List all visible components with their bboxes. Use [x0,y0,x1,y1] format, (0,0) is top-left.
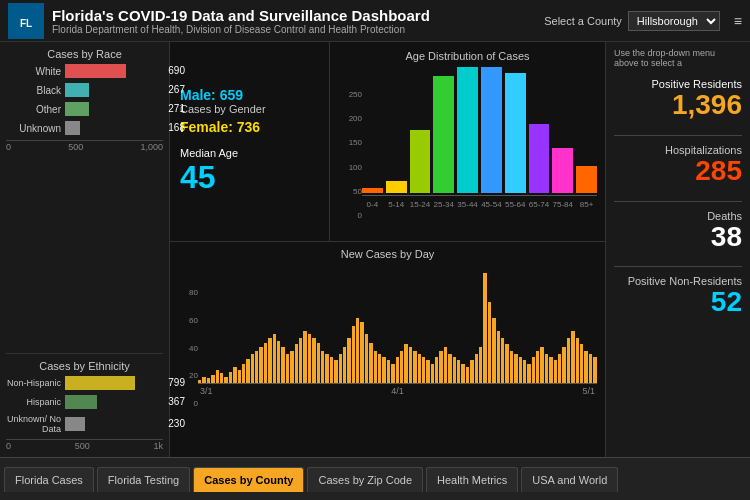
bar-fill [65,83,89,97]
deaths-label: Deaths [614,210,742,222]
county-label: Select a County [544,15,622,27]
daily-bar [497,331,500,383]
age-bar-group [410,130,431,193]
right-panel: Use the drop-down menu above to select a… [605,42,750,457]
positive-residents-value: 1,396 [614,90,742,121]
daily-bar [470,360,473,383]
daily-bar [290,351,293,383]
hospitalizations-block: Hospitalizations 285 [614,144,742,187]
daily-bar [413,351,416,383]
ethnicity-axis: 0 500 1k [6,441,163,451]
daily-bar [514,354,517,383]
footer-tab[interactable]: Cases by Zip Code [307,467,423,492]
bar-wrap: 267 [65,83,163,97]
daily-bar [580,344,583,383]
county-dropdown[interactable]: Hillsborough [628,11,720,31]
bar-fill [65,102,89,116]
daily-bar [461,364,464,383]
daily-bar [391,364,394,383]
daily-bar [277,341,280,383]
center-panel: Male: 659 Cases by Gender Female: 736 Me… [170,42,605,457]
daily-bar [246,359,249,383]
svg-text:FL: FL [20,18,32,29]
daily-bar [453,357,456,383]
daily-bar [439,351,442,383]
daily-bar [593,357,596,383]
bar-fill [65,395,97,409]
footer-tab[interactable]: Cases by County [193,467,304,492]
center-top: Male: 659 Cases by Gender Female: 736 Me… [170,42,605,242]
daily-bar [312,338,315,383]
daily-bar [387,360,390,383]
age-tick: 85+ [576,200,597,209]
ethnicity-bar-row: Non-Hispanic 799 [6,376,163,390]
daily-bar [562,347,565,383]
daily-bar [242,364,245,383]
race-bar-row: White 690 [6,64,163,78]
footer-tab[interactable]: Health Metrics [426,467,518,492]
daily-bar [444,347,447,383]
daily-bar [356,318,359,383]
age-bar [362,188,383,193]
ethnicity-bars: Non-Hispanic 799 Hispanic 367 Unknown/ N… [6,376,163,434]
male-count: Male: 659 [180,87,319,103]
footer-tab[interactable]: Florida Cases [4,467,94,492]
positive-nonresidents-block: Positive Non-Residents 52 [614,275,742,318]
age-tick: 45-54 [481,200,502,209]
daily-bar [202,377,205,383]
age-tick: 65-74 [529,200,550,209]
daily-bar [422,357,425,383]
daily-bar [457,360,460,383]
divider-2 [614,201,742,202]
daily-bar [400,351,403,383]
left-panel: Cases by Race White 690 Black 267 Other … [0,42,170,457]
bar-wrap: 367 [65,395,163,409]
daily-bar [352,326,355,383]
daily-bar [404,344,407,383]
daily-bar [540,347,543,383]
daily-bar [571,331,574,383]
bar-fill [65,121,80,135]
median-age-label: Median Age [180,147,319,159]
age-bar-group [362,188,383,193]
bar-label: Non-Hispanic [6,378,61,388]
daily-bar [369,343,372,383]
daily-bar [268,338,271,383]
daily-x-label: 3/1 [200,386,213,396]
daily-bar [527,364,530,383]
hospitalizations-label: Hospitalizations [614,144,742,156]
daily-bar [536,351,539,383]
right-header-note: Use the drop-down menu above to select a [614,48,742,68]
daily-bar [545,354,548,383]
age-tick: 35-44 [457,200,478,209]
female-count: Female: 736 [180,119,319,135]
daily-bar [466,367,469,383]
daily-bar [584,351,587,383]
daily-x-label: 5/1 [582,386,595,396]
daily-bar [510,351,513,383]
daily-bar [325,354,328,383]
daily-bar [308,334,311,383]
daily-bar [435,357,438,383]
age-bar [481,67,502,193]
age-tick: 0-4 [362,200,383,209]
daily-bar [347,338,350,383]
daily-bar [426,360,429,383]
menu-icon[interactable]: ≡ [734,13,742,29]
ethnicity-title: Cases by Ethnicity [6,360,163,372]
cases-by-gender-label: Cases by Gender [180,103,319,115]
age-bar-group [433,76,454,193]
daily-bar [220,373,223,383]
gender-median-panel: Male: 659 Cases by Gender Female: 736 Me… [170,42,330,241]
daily-chart-title: New Cases by Day [178,248,597,260]
daily-bar [360,322,363,383]
daily-bar [483,273,486,383]
daily-bar [295,344,298,383]
race-bar-row: Other 271 [6,102,163,116]
age-bar [410,130,431,193]
daily-bar [207,378,210,383]
footer-tab[interactable]: Florida Testing [97,467,190,492]
footer-tab[interactable]: USA and World [521,467,618,492]
age-bar-group [481,67,502,193]
age-bar-group [576,166,597,193]
